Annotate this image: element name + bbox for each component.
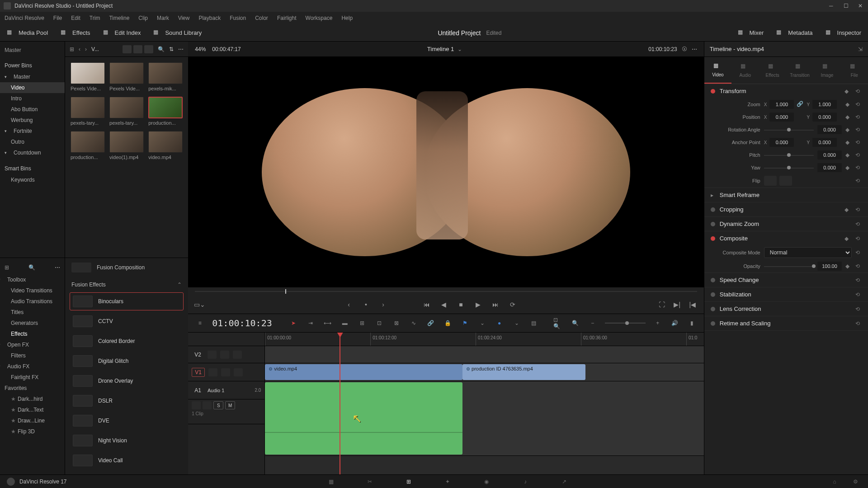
fairlight-page-button[interactable]: ♪ (519, 477, 531, 486)
menu-workspace[interactable]: Workspace (306, 15, 333, 21)
fx-preset-night-vision[interactable]: Night Vision (70, 432, 184, 450)
rotation-input[interactable] (817, 125, 842, 134)
inspector-tab-image[interactable]: ▦Image (813, 57, 840, 84)
menu-clip[interactable]: Clip (138, 15, 148, 21)
menu-playback[interactable]: Playback (198, 15, 221, 21)
nav-fwd[interactable]: › (85, 46, 87, 52)
favorite-item[interactable]: ★Draw...Line (0, 415, 65, 426)
menu-help[interactable]: Help (341, 15, 353, 21)
menu-fairlight[interactable]: Fairlight (277, 15, 297, 21)
settings-button[interactable]: ⚙ (849, 477, 861, 486)
pitch-reset-icon[interactable]: ⟲ (855, 152, 862, 158)
media-clip[interactable]: Pexels Vide... (71, 62, 105, 91)
media-clip[interactable]: Pexels Vide... (109, 62, 144, 91)
inspector-tab-audio[interactable]: ▦Audio (731, 57, 759, 84)
pitch-slider[interactable] (764, 152, 814, 158)
smart-reframe-header[interactable]: ▸ Smart Reframe (704, 188, 868, 202)
flip-h-button[interactable] (764, 176, 777, 186)
mixer-button[interactable]: ▦Mixer (738, 29, 764, 37)
a1-mute-button[interactable]: M (225, 401, 235, 409)
dim-button[interactable]: ▮ (687, 319, 697, 328)
transform-reset-icon[interactable]: ⟲ (855, 88, 862, 94)
metadata-button[interactable]: ▦Metadata (776, 29, 812, 37)
zoom-slider[interactable] (605, 323, 646, 324)
openfx-header[interactable]: Open FX (0, 339, 65, 350)
media-options-menu[interactable]: ⋯ (178, 46, 184, 52)
a1-sync-button[interactable] (203, 401, 212, 409)
bin-fortnite[interactable]: Fortnite (0, 126, 65, 136)
fx-preset-cctv[interactable]: CCTV (70, 312, 184, 330)
deliver-page-button[interactable]: ↗ (558, 477, 570, 486)
view-grid-button[interactable] (133, 45, 142, 53)
filters-item[interactable]: Filters (0, 350, 65, 361)
fx-category-titles[interactable]: Titles (0, 307, 65, 318)
flip-reset-icon[interactable]: ⟲ (855, 178, 862, 184)
trim-tool[interactable]: ⇥ (306, 319, 316, 328)
inspector-tab-file[interactable]: ▦File (841, 57, 868, 84)
menu-color[interactable]: Color (255, 15, 268, 21)
effects-options-menu[interactable]: ⋯ (55, 264, 60, 271)
anchor-x-input[interactable] (769, 138, 794, 147)
cropping-enable-dot[interactable] (711, 207, 715, 212)
fx-preset-colored-border[interactable]: Colored Border (70, 332, 184, 350)
media-clip[interactable]: video(1).mp4 (109, 131, 144, 160)
v2-lock-button[interactable] (208, 351, 217, 359)
mute-button[interactable]: 🔊 (670, 319, 680, 328)
nav-back[interactable]: ‹ (79, 46, 80, 52)
opacity-slider[interactable] (764, 263, 814, 269)
a1-label[interactable]: A1 (192, 386, 204, 394)
zoom-y-input[interactable] (812, 100, 837, 109)
zoom-out-button[interactable]: − (588, 319, 598, 328)
go-end-button[interactable]: ⏭ (491, 300, 500, 309)
bin-werbung[interactable]: Werbung (0, 115, 65, 126)
anchor-y-input[interactable] (812, 138, 837, 147)
replace-tool[interactable]: ⊠ (392, 319, 401, 328)
collapse-icon[interactable]: ⌃ (177, 282, 182, 288)
next-clip-button[interactable]: ▶| (673, 300, 682, 309)
dynamic-trim-tool[interactable]: ⟷ (323, 319, 333, 328)
bypass-icon[interactable]: ⦿ (682, 46, 687, 52)
flag-tool[interactable]: ⚑ (460, 319, 470, 328)
v1-sync-button[interactable] (221, 368, 230, 376)
media-clip[interactable]: production... (71, 131, 105, 160)
composite-header[interactable]: Composite ◆ ⟲ (704, 231, 868, 245)
effects-layout-toggle[interactable]: ⊞ (5, 264, 9, 271)
view-list-button[interactable] (144, 45, 153, 53)
fx-category-video-transitions[interactable]: Video Transitions (0, 285, 65, 296)
home-button[interactable]: ⌂ (829, 477, 840, 486)
timeline-view-options[interactable]: ≡ (195, 319, 205, 328)
bin-video[interactable]: Video (0, 82, 65, 93)
clip-video2[interactable]: ⚙ production ID 4763635.mp4 (462, 364, 585, 380)
media-clip[interactable]: video.mp4 (148, 131, 183, 160)
fx-preset-dslr[interactable]: DSLR (70, 392, 184, 410)
v2-label[interactable]: V2 (192, 351, 204, 359)
anchor-reset-icon[interactable]: ⟲ (855, 139, 862, 145)
media-clip[interactable]: pexels-mik... (148, 62, 183, 91)
stop-button[interactable]: ■ (457, 300, 466, 309)
overwrite-tool[interactable]: ⊡ (374, 319, 384, 328)
speed-change-header[interactable]: Speed Change⟲ (704, 273, 868, 287)
dynamic-zoom-enable-dot[interactable] (711, 222, 715, 226)
bin-abo-button[interactable]: Abo Button (0, 104, 65, 115)
menu-mark[interactable]: Mark (157, 15, 169, 21)
inspector-tab-video[interactable]: ▦Video (704, 57, 731, 84)
yaw-reset-icon[interactable]: ⟲ (855, 164, 862, 171)
timeline-timecode[interactable]: 01:00:10:23 (212, 318, 272, 328)
retime-scaling-header[interactable]: Retime and Scaling⟲ (704, 316, 868, 330)
viewer-options-menu[interactable]: ⋯ (692, 46, 697, 52)
bin-intro[interactable]: Intro (0, 93, 65, 104)
effects-button[interactable]: ▦Effects (61, 29, 90, 37)
close-button[interactable]: ✕ (858, 3, 864, 9)
index-tool[interactable]: ▤ (529, 319, 539, 328)
flip-v-button[interactable] (779, 176, 792, 186)
timeline-name[interactable]: Timeline 1 (427, 46, 454, 52)
selection-tool[interactable]: ➤ (288, 319, 298, 328)
media-clip[interactable]: pexels-tary... (71, 97, 105, 126)
menu-file[interactable]: File (53, 15, 62, 21)
playhead[interactable] (340, 333, 340, 474)
minimize-button[interactable]: ─ (829, 3, 835, 9)
composite-mode-select[interactable]: Normal (764, 247, 852, 258)
menu-davinci-resolve[interactable]: DaVinci Resolve (5, 15, 44, 21)
fx-preset-digital-glitch[interactable]: Digital Glitch (70, 352, 184, 370)
viewer-scrubber[interactable] (188, 287, 703, 296)
